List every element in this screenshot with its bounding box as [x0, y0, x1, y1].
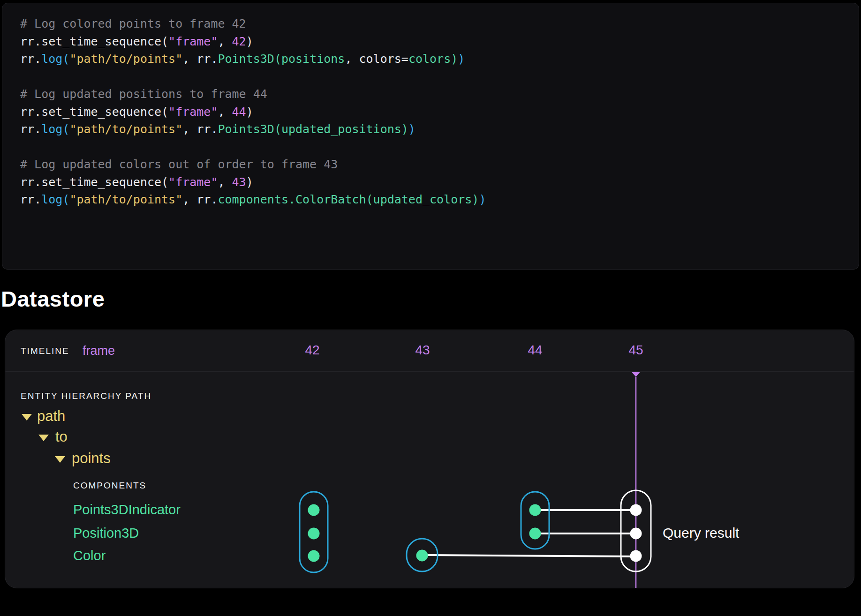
query-result-label: Query result: [663, 525, 739, 541]
component-label-Color: Color: [73, 548, 106, 563]
code-line: # Log colored points to frame 42: [20, 15, 859, 33]
frame-44-capsule: [521, 492, 549, 549]
datapoint-dot: [630, 550, 642, 562]
datastore-panel: TIMELINE frame 42434445 ENTITY HIERARCHY…: [5, 330, 854, 588]
chevron-down-icon: [22, 414, 32, 421]
code-line: rr.set_time_sequence("frame", 42): [20, 33, 859, 51]
datapoint-dot: [630, 528, 642, 540]
timeline-label: TIMELINE: [21, 346, 69, 356]
frame-tick-42: 42: [305, 343, 319, 358]
code-line: rr.log("path/to/points", rr.Points3D(upd…: [20, 120, 859, 138]
datapoint-dot: [308, 528, 320, 540]
timeline-name: frame: [83, 344, 115, 358]
page: # Log colored points to frame 42rr.set_t…: [0, 0, 861, 616]
frame-tick-44: 44: [528, 343, 542, 358]
component-label-Position3D: Position3D: [73, 526, 139, 541]
datapoint-dot: [529, 504, 541, 516]
entity-hierarchy-label: ENTITY HIERARCHY PATH: [21, 391, 151, 401]
code-block: # Log colored points to frame 42rr.set_t…: [2, 3, 859, 270]
code-line: [20, 68, 859, 86]
frame-tick-43: 43: [415, 343, 430, 358]
frame-tick-45: 45: [628, 343, 643, 358]
code-line: rr.set_time_sequence("frame", 44): [20, 103, 859, 121]
datapoint-dot: [308, 504, 320, 516]
tree-node-points: points: [72, 450, 111, 467]
datastore-diagram: [5, 330, 854, 588]
connector-line: [428, 555, 636, 556]
code-line: # Log updated positions to frame 44: [20, 85, 859, 103]
code-line: [20, 138, 859, 156]
datapoint-dot: [630, 504, 642, 516]
datapoint-dot: [529, 528, 541, 540]
code-line: rr.set_time_sequence("frame", 43): [20, 173, 859, 191]
chevron-down-icon: [55, 456, 65, 463]
code-line: rr.log("path/to/points", rr.Points3D(pos…: [20, 50, 859, 68]
code-line: rr.log("path/to/points", rr.components.C…: [20, 191, 859, 209]
datapoint-dot: [416, 550, 428, 562]
datapoint-dot: [308, 550, 320, 562]
chevron-down-icon: [38, 435, 49, 441]
component-label-Points3DIndicator: Points3DIndicator: [73, 502, 181, 518]
page-title: Datastore: [1, 286, 105, 312]
header-divider: [5, 371, 854, 372]
code-line: # Log updated colors out of order to fra…: [20, 156, 859, 173]
tree-node-to: to: [55, 428, 68, 445]
components-label: COMPONENTS: [73, 481, 146, 491]
tree-node-path: path: [37, 408, 65, 425]
